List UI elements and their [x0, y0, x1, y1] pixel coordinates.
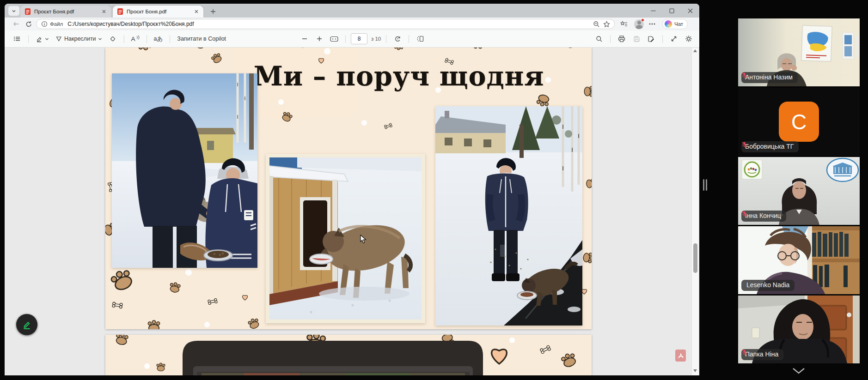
participant-name: Lesenko Nadia: [746, 281, 789, 289]
slide-photo-boy-dog-snow: [435, 106, 582, 326]
save-as-icon[interactable]: [645, 33, 657, 45]
ask-copilot-button[interactable]: Запитати в Copilot: [175, 33, 228, 45]
pdf-file-icon: [117, 8, 123, 15]
highlighter-icon[interactable]: [34, 33, 51, 45]
url-text: C:/Users/користувач/Desktop/Проєкт%20Бон…: [67, 21, 591, 27]
zoom-out-icon[interactable]: [299, 33, 311, 45]
participant-avatar: C: [779, 102, 819, 142]
address-row: Файл C:/Users/користувач/Desktop/Проєкт%…: [5, 18, 699, 30]
screen: Проєкт Боня.pdf Проєкт Боня.pdf: [0, 0, 868, 380]
logo-right: [827, 158, 858, 181]
rotate-icon[interactable]: [391, 33, 403, 45]
avatar-letter: C: [791, 109, 807, 134]
maximize-button[interactable]: [662, 4, 681, 18]
favorites-bar-icon[interactable]: [618, 18, 630, 30]
address-bar[interactable]: Файл C:/Users/користувач/Desktop/Проєкт%…: [36, 19, 615, 29]
zoom-in-icon[interactable]: [313, 33, 325, 45]
save-icon[interactable]: [630, 33, 642, 45]
scrollbar-thumb[interactable]: [693, 243, 697, 273]
favorite-star-icon[interactable]: [601, 19, 611, 29]
annotate-pencil-button[interactable]: [16, 314, 37, 335]
mic-muted-icon: [741, 141, 747, 148]
participant-nametag: Антоніна Назим: [741, 72, 798, 83]
participant-name: Антоніна Назим: [745, 73, 793, 81]
tab-close-icon[interactable]: [100, 8, 108, 15]
meeting-participants-panel: Антоніна Назим C Бобровицька ТГ: [738, 18, 860, 365]
browser-menu-dots-icon[interactable]: [647, 18, 658, 30]
mic-muted-icon: [741, 72, 747, 78]
participant-tile[interactable]: Антоніна Назим: [738, 18, 860, 86]
tab-strip: Проєкт Боня.pdf Проєкт Боня.pdf: [5, 4, 699, 18]
participant-tile[interactable]: Папка Ніна: [738, 296, 860, 363]
back-icon[interactable]: [10, 18, 21, 30]
mic-muted-icon: [741, 211, 747, 217]
participant-name: Папка Ніна: [745, 350, 778, 358]
url-scheme-label: Файл: [50, 21, 63, 27]
pencil-icon: [21, 319, 32, 330]
page-count-label: з 10: [371, 36, 381, 42]
tab-search-chevron-icon[interactable]: [8, 6, 19, 16]
panel-resize-handle[interactable]: [703, 179, 707, 191]
copilot-chat-label: Чат: [674, 21, 683, 27]
read-aloud-icon[interactable]: A: [129, 33, 141, 45]
copilot-chat-button[interactable]: Чат: [662, 19, 688, 29]
settings-gear-icon[interactable]: [683, 33, 695, 45]
page-view-icon[interactable]: [414, 33, 426, 45]
fit-to-width-icon[interactable]: [328, 33, 340, 45]
slide-photo-kids-feeding-dog: [112, 73, 257, 268]
window-controls: [644, 4, 699, 18]
table-of-contents-icon[interactable]: [11, 33, 23, 45]
logo-left: [742, 160, 762, 179]
scroll-down-arrow-icon[interactable]: [693, 369, 697, 374]
participant-nametag: Бобровицька ТГ: [741, 141, 799, 152]
slide-photo-doghouse-dog: [266, 154, 425, 323]
slide-title: Ми – поруч щодня: [251, 60, 547, 91]
profile-avatar[interactable]: [634, 19, 644, 29]
pdf-page-8: Ми – поруч щодня: [105, 48, 592, 329]
pdf-toolbar: Накреслити A аあ Запитати в Copilot: [5, 30, 699, 48]
participant-nametag: Інна Кончиц: [741, 211, 786, 222]
print-icon[interactable]: [616, 33, 628, 45]
new-tab-button[interactable]: [208, 7, 218, 16]
info-icon[interactable]: [41, 21, 48, 27]
participant-nametag: Lesenko Nadia: [741, 280, 795, 291]
tab-close-icon[interactable]: [193, 8, 200, 15]
scroll-up-arrow-icon[interactable]: [693, 49, 697, 54]
tab-2-active[interactable]: Проєкт Боня.pdf: [113, 6, 203, 18]
pdf-viewport[interactable]: Ми – поруч щодня: [5, 48, 699, 375]
participant-name: Бобровицька ТГ: [745, 143, 794, 151]
tab-1[interactable]: Проєкт Боня.pdf: [20, 6, 111, 18]
zoom-out-page-icon[interactable]: [591, 19, 601, 29]
more-participants-chevron-icon[interactable]: [792, 366, 806, 376]
ask-copilot-label: Запитати в Copilot: [177, 36, 226, 42]
refresh-icon[interactable]: [23, 18, 34, 30]
minimize-button[interactable]: [644, 4, 662, 18]
close-button[interactable]: [681, 4, 699, 18]
translate-icon[interactable]: аあ: [152, 33, 165, 45]
search-document-icon[interactable]: [593, 33, 605, 45]
participant-tile[interactable]: C Бобровицька ТГ: [738, 88, 860, 156]
participant-name: Інна Кончиц: [745, 212, 781, 220]
tab-label: Проєкт Боня.pdf: [127, 9, 189, 14]
fullscreen-icon[interactable]: [668, 33, 680, 45]
browser-window: Проєкт Боня.pdf Проєкт Боня.pdf: [5, 4, 699, 375]
tab-label: Проєкт Боня.pdf: [34, 9, 97, 14]
copilot-icon: [665, 20, 672, 28]
acrobat-extension-badge[interactable]: [675, 350, 686, 362]
draw-pen-button[interactable]: Накреслити: [54, 33, 104, 45]
pdf-page-9-partial: [105, 335, 592, 375]
pdf-scrollbar[interactable]: [691, 48, 698, 375]
mouse-cursor: [360, 235, 367, 246]
draw-label: Накреслити: [64, 36, 96, 42]
profile-notification-dot: [641, 18, 644, 22]
mic-muted-icon: [741, 349, 747, 356]
participant-tile-active-speaker[interactable]: Lesenko Nadia: [738, 226, 860, 294]
page-number-input[interactable]: [351, 33, 367, 44]
pdf-file-icon: [24, 8, 31, 15]
eraser-icon[interactable]: [107, 33, 119, 45]
browser-actions: Чат: [618, 18, 688, 30]
participant-nametag: Папка Ніна: [741, 349, 783, 360]
next-slide-device-graphic: [105, 335, 592, 375]
participant-tile[interactable]: Інна Кончиц: [738, 157, 860, 225]
